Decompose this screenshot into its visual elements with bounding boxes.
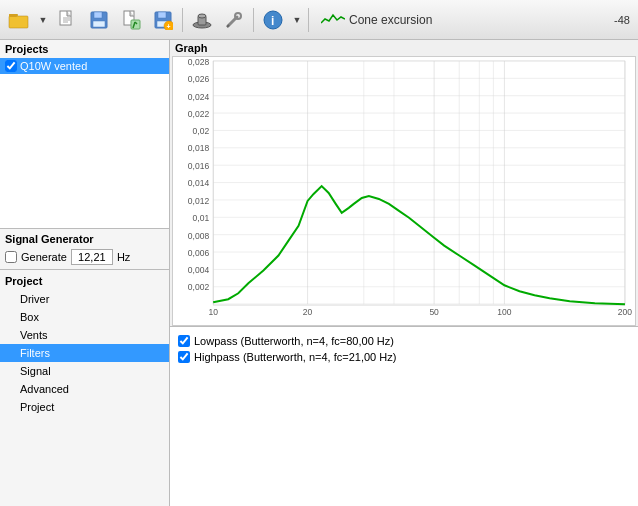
svg-text:0,01: 0,01 [193, 213, 210, 223]
toolbar-right-value: -48 [614, 14, 634, 26]
svg-text:0,024: 0,024 [188, 92, 210, 102]
filter-checkbox-1[interactable] [178, 351, 190, 363]
svg-text:0,028: 0,028 [188, 57, 210, 67]
svg-rect-27 [213, 61, 625, 305]
info-dropdown-button[interactable]: ▼ [290, 5, 304, 35]
svg-text:0,002: 0,002 [188, 282, 210, 292]
svg-text:0,006: 0,006 [188, 248, 210, 258]
nav-item-driver[interactable]: Driver [0, 290, 169, 308]
filter-label-1: Highpass (Butterworth, n=4, fc=21,00 Hz) [194, 351, 396, 363]
right-panel: Graph [170, 40, 638, 506]
frequency-input[interactable]: 12,21 [71, 249, 113, 265]
project-label-0: Q10W vented [20, 60, 87, 72]
project-nav-header: Project [0, 272, 169, 290]
signal-generator-row: Generate 12,21 Hz [5, 249, 164, 265]
filter-label-0: Lowpass (Butterworth, n=4, fc=80,00 Hz) [194, 335, 394, 347]
filters-section: Lowpass (Butterworth, n=4, fc=80,00 Hz) … [170, 326, 638, 506]
edit-button[interactable] [116, 5, 146, 35]
project-item-0[interactable]: Q10W vented [0, 58, 169, 74]
svg-text:200: 200 [618, 307, 633, 317]
wrench-button[interactable] [219, 5, 249, 35]
svg-text:20: 20 [303, 307, 313, 317]
signal-generator-header: Signal Generator [5, 233, 164, 245]
projects-header: Projects [0, 40, 169, 58]
svg-rect-9 [93, 21, 105, 27]
svg-text:0,026: 0,026 [188, 74, 210, 84]
projects-list: Q10W vented [0, 58, 169, 228]
generate-checkbox[interactable] [5, 251, 17, 263]
svg-text:+: + [167, 23, 171, 30]
svg-text:100: 100 [497, 307, 512, 317]
svg-rect-2 [9, 14, 17, 17]
svg-text:0,016: 0,016 [188, 161, 210, 171]
generate-label: Generate [21, 251, 67, 263]
save-as-button[interactable]: + [148, 5, 178, 35]
nav-item-vents[interactable]: Vents [0, 326, 169, 344]
toolbar: ▼ + [0, 0, 638, 40]
new-button[interactable] [52, 5, 82, 35]
nav-item-advanced[interactable]: Advanced [0, 380, 169, 398]
nav-item-filters[interactable]: Filters [0, 344, 169, 362]
save-button[interactable] [84, 5, 114, 35]
hat-button[interactable] [187, 5, 217, 35]
projects-section: Projects Q10W vented [0, 40, 169, 229]
graph-container: 0,028 0,026 0,024 0,022 0,02 0,018 0,016… [172, 56, 636, 326]
frequency-unit: Hz [117, 251, 130, 263]
signal-generator-section: Signal Generator Generate 12,21 Hz [0, 229, 169, 270]
toolbar-title-area: Cone excursion [321, 11, 432, 29]
project-checkbox-0[interactable] [5, 60, 17, 72]
svg-rect-15 [158, 12, 166, 18]
graph-section: Graph [170, 40, 638, 326]
svg-text:i: i [271, 14, 274, 28]
chart-svg: 0,028 0,026 0,024 0,022 0,02 0,018 0,016… [173, 57, 635, 325]
svg-rect-1 [9, 16, 28, 28]
svg-text:0,02: 0,02 [193, 126, 210, 136]
svg-point-21 [198, 14, 206, 18]
svg-text:0,008: 0,008 [188, 231, 210, 241]
left-panel: Projects Q10W vented Signal Generator Ge… [0, 40, 170, 506]
info-button[interactable]: i [258, 5, 288, 35]
filter-item-1: Highpass (Butterworth, n=4, fc=21,00 Hz) [178, 349, 630, 365]
open-dropdown-button[interactable]: ▼ [36, 5, 50, 35]
main-layout: Projects Q10W vented Signal Generator Ge… [0, 40, 638, 506]
graph-header: Graph [170, 40, 638, 56]
svg-line-24 [227, 25, 229, 27]
svg-text:0,018: 0,018 [188, 143, 210, 153]
svg-text:0,012: 0,012 [188, 196, 210, 206]
svg-rect-8 [94, 12, 102, 18]
separator-3 [308, 8, 309, 32]
nav-item-signal[interactable]: Signal [0, 362, 169, 380]
filter-item-0: Lowpass (Butterworth, n=4, fc=80,00 Hz) [178, 333, 630, 349]
svg-text:50: 50 [429, 307, 439, 317]
nav-item-box[interactable]: Box [0, 308, 169, 326]
svg-text:0,004: 0,004 [188, 265, 210, 275]
nav-item-project[interactable]: Project [0, 398, 169, 416]
separator-1 [182, 8, 183, 32]
filter-checkbox-0[interactable] [178, 335, 190, 347]
project-nav-section: Project Driver Box Vents Filters Signal … [0, 270, 169, 506]
svg-text:0,022: 0,022 [188, 109, 210, 119]
svg-text:0,014: 0,014 [188, 178, 210, 188]
separator-2 [253, 8, 254, 32]
open-folder-button[interactable] [4, 5, 34, 35]
svg-text:10: 10 [208, 307, 218, 317]
toolbar-title-text: Cone excursion [349, 13, 432, 27]
